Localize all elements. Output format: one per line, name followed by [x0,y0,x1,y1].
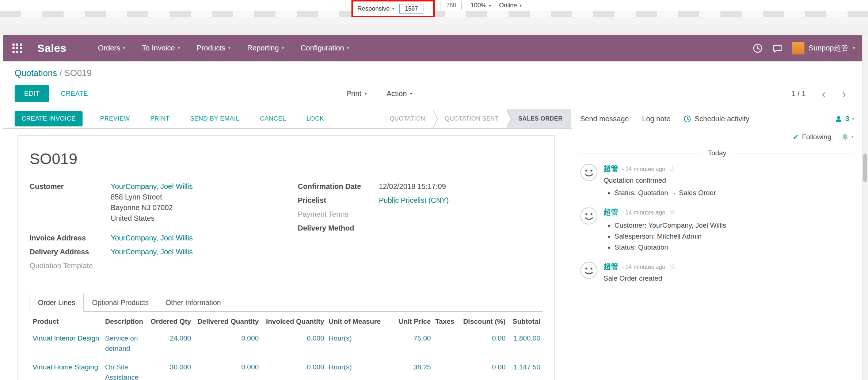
delivery-method-label: Delivery Method [298,223,379,233]
stage-quotation[interactable]: QUOTATION [380,109,433,128]
log-note-button[interactable]: Log note [642,115,670,123]
col-ordered-qty[interactable]: Ordered Qty [148,314,193,329]
menu-orders[interactable]: Orders▾ [98,44,125,52]
follow-row: ✔ Following ▾ [572,129,862,145]
vertical-scrollbar[interactable] [862,35,868,380]
network-throttle-label: Online [499,2,517,9]
breadcrumb: Quotations / SO019 [15,67,851,79]
chevron-down-icon: ▾ [410,91,412,96]
field-group-left: Customer YourCompany, Joel Willis 858 Ly… [30,181,286,274]
chevron-down-icon: ▾ [851,135,853,140]
stage-sales-order[interactable]: SALES ORDER [507,109,571,128]
lock-button[interactable]: LOCK [304,115,326,123]
cell-ordered-qty: 30.000 [148,358,193,380]
pager-next-icon[interactable]: › [842,88,846,99]
col-discount[interactable]: Discount (%) [457,314,508,329]
message-timestamp: - 14 minutes ago [622,209,665,216]
field-customer: Customer YourCompany, Joel Willis 858 Ly… [30,181,286,229]
cell-uom: Hour(s) [326,329,386,358]
table-row[interactable]: Virtual Home Staging On Site Assistance … [30,358,542,380]
message-author[interactable]: 超管 [604,164,618,174]
message-timestamp: - 14 minutes ago [622,264,665,270]
message-body: Quotation confirmed [604,176,716,185]
schedule-activity-button[interactable]: Schedule activity [684,115,749,123]
message-author[interactable]: 超管 [604,207,618,217]
col-uom[interactable]: Unit of Measure [326,314,386,329]
menu-products[interactable]: Products▾ [197,44,230,52]
breadcrumb-quotations-link[interactable]: Quotations [15,68,57,78]
col-taxes[interactable]: Taxes [433,314,456,329]
app-title[interactable]: Sales [37,42,66,54]
customer-link[interactable]: YourCompany, Joel Willis [111,181,193,192]
quotation-template-label: Quotation Template [30,260,111,271]
send-by-email-button[interactable]: SEND BY EMAIL [188,115,241,123]
apps-menu-icon[interactable] [12,43,22,53]
tab-order-lines[interactable]: Order Lines [30,294,84,312]
customer-address-line: 858 Lynn Street [111,192,193,202]
menu-configuration[interactable]: Configuration▾ [301,44,349,52]
edit-button[interactable]: EDIT [15,85,49,102]
pricelist-link[interactable]: Public Pricelist (CNY) [379,195,449,206]
subscription-bell-button[interactable]: ▾ [841,133,853,141]
preview-button[interactable]: PREVIEW [98,115,132,123]
cancel-button[interactable]: CANCEL [258,115,288,123]
control-panel-buttons: EDIT CREATE Print ▾ Action ▾ 1 / 1 ‹ › [15,84,851,103]
following-button[interactable]: ✔ Following [793,133,831,141]
message-author[interactable]: 超管 [604,262,618,271]
chevron-down-icon: ▾ [347,46,349,50]
field-invoice-address: Invoice Address YourCompany, Joel Willis [30,232,286,243]
author-avatar [580,262,598,282]
confirmation-date-value: 12/02/2018 15:17:09 [379,181,446,192]
col-delivered-qty[interactable]: Delivered Quantity [193,314,261,329]
create-invoice-button[interactable]: CREATE INVOICE [15,111,83,126]
tab-optional-products[interactable]: Optional Products [84,294,157,312]
form-statusbar: CREATE INVOICE PREVIEW PRINT SEND BY EMA… [3,109,572,129]
menu-reporting[interactable]: Reporting▾ [247,44,284,52]
network-throttle-dropdown[interactable]: Online ▾ [499,0,522,11]
user-menu[interactable]: Sunpop超管 ▾ [792,42,855,54]
device-frame-gap [0,24,868,35]
device-mode-dropdown[interactable]: Responsive ▾ [357,5,394,12]
action-dropdown[interactable]: Action ▾ [387,90,412,98]
star-icon[interactable]: ☆ [669,208,675,216]
breadcrumb-current: SO019 [64,68,92,78]
chevron-down-icon: ▾ [282,46,284,50]
star-icon[interactable]: ☆ [669,262,675,271]
order-lines-table: Product Description Ordered Qty Delivere… [30,314,542,380]
send-message-button[interactable]: Send message [580,115,629,123]
stage-quotation-sent[interactable]: QUOTATION SENT [433,109,507,128]
cell-taxes [433,329,456,358]
col-description[interactable]: Description [103,314,148,329]
print-dropdown[interactable]: Print ▾ [346,90,367,98]
activities-clock-icon[interactable] [753,43,763,53]
cell-product-link[interactable]: Virtual Home Staging [30,358,103,380]
create-button[interactable]: CREATE [59,90,90,98]
breadcrumb-separator: / [60,68,62,78]
col-subtotal[interactable]: Subtotal [508,314,542,329]
zoom-dropdown[interactable]: 100% ▾ [471,0,491,11]
tab-other-information[interactable]: Other Information [157,294,229,312]
viewport-width-input[interactable] [399,4,423,14]
messages-chat-icon[interactable] [772,43,783,53]
star-icon[interactable]: ☆ [669,164,675,173]
col-invoiced-qty[interactable]: Invoiced Quantity [261,314,326,329]
col-product[interactable]: Product [30,314,103,329]
scrollbar-thumb[interactable] [863,153,867,182]
followers-button[interactable]: 3 ▾ [835,115,854,123]
pager-previous-icon[interactable]: ‹ [822,88,826,99]
invoice-address-link[interactable]: YourCompany, Joel Willis [111,232,193,243]
customer-value-block: YourCompany, Joel Willis 858 Lynn Street… [111,181,193,224]
cell-delivered-qty: 0.000 [193,358,261,380]
col-unit-price[interactable]: Unit Price [386,314,433,329]
menu-to-invoice[interactable]: To Invoice▾ [142,44,180,52]
cell-product-link[interactable]: Virtual Interior Design [30,329,103,358]
viewport-height-input[interactable] [441,1,462,10]
table-row[interactable]: Virtual Interior Design Service on deman… [30,329,542,358]
field-groups: Customer YourCompany, Joel Willis 858 Ly… [30,181,542,274]
cell-unit-price: 38.25 [386,358,433,380]
delivery-address-link[interactable]: YourCompany, Joel Willis [111,246,193,257]
cell-discount: 0.00 [457,358,508,380]
user-name: Sunpop超管 [809,43,849,53]
devtools-toolbar: Responsive ▾ 100% ▾ Online ▾ [0,0,868,11]
print-button[interactable]: PRINT [148,115,172,123]
